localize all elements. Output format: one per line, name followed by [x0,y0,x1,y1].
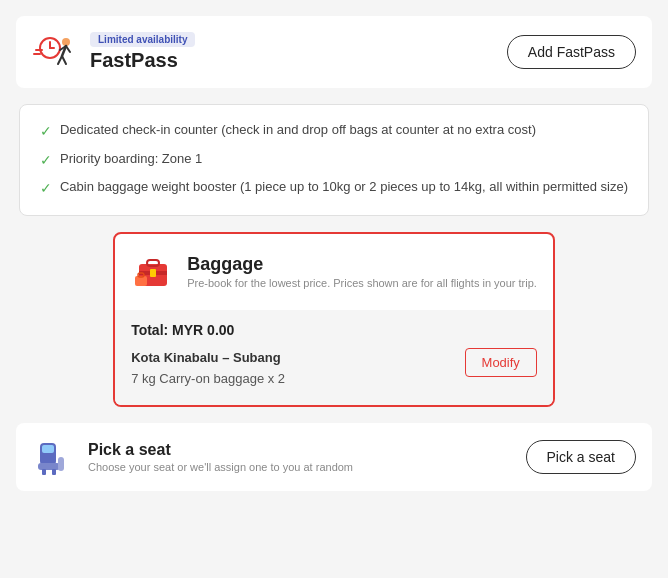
baggage-total-value: MYR 0.00 [172,322,234,338]
svg-rect-20 [38,463,60,470]
svg-rect-21 [58,457,64,471]
fastpass-title: FastPass [90,49,195,72]
check-icon-3: ✓ [40,179,52,199]
fastpass-icon [32,28,80,76]
seat-section: Pick a seat Choose your seat or we'll as… [16,423,652,491]
svg-rect-15 [150,269,156,277]
baggage-details: 7 kg Carry-on baggage x 2 [131,369,285,390]
baggage-body: Total: MYR 0.00 Kota Kinabalu – Subang 7… [115,310,553,406]
check-icon-1: ✓ [40,122,52,142]
modify-button[interactable]: Modify [465,348,537,377]
fastpass-title-block: Limited availability FastPass [90,32,195,72]
pick-seat-button[interactable]: Pick a seat [526,440,636,474]
seat-subtitle: Choose your seat or we'll assign one to … [88,461,353,473]
svg-rect-13 [147,260,159,266]
baggage-total-label: Total: [131,322,172,338]
seat-title-block: Pick a seat Choose your seat or we'll as… [88,441,353,473]
seat-title: Pick a seat [88,441,353,459]
seat-icon [32,435,76,479]
baggage-icon [131,250,175,294]
feature-item-3: ✓ Cabin baggage weight booster (1 piece … [40,178,628,199]
baggage-route-name: Kota Kinabalu – Subang [131,348,285,369]
baggage-route-info: Kota Kinabalu – Subang 7 kg Carry-on bag… [131,348,285,390]
baggage-subtitle: Pre-book for the lowest price. Prices sh… [187,277,537,289]
baggage-header: Baggage Pre-book for the lowest price. P… [115,234,553,302]
feature-text-2: Priority boarding: Zone 1 [60,150,202,168]
svg-line-8 [58,56,62,64]
baggage-title: Baggage [187,254,537,275]
svg-line-9 [62,56,66,64]
baggage-section: Baggage Pre-book for the lowest price. P… [113,232,555,408]
svg-rect-19 [42,445,54,453]
svg-line-10 [66,46,70,52]
baggage-route-row: Kota Kinabalu – Subang 7 kg Carry-on bag… [131,348,537,390]
fastpass-left: Limited availability FastPass [32,28,195,76]
check-icon-2: ✓ [40,151,52,171]
add-fastpass-button[interactable]: Add FastPass [507,35,636,69]
feature-item-1: ✓ Dedicated check-in counter (check in a… [40,121,628,142]
feature-text-3: Cabin baggage weight booster (1 piece up… [60,178,628,196]
fastpass-section: Limited availability FastPass Add FastPa… [16,16,652,88]
feature-text-1: Dedicated check-in counter (check in and… [60,121,536,139]
seat-left: Pick a seat Choose your seat or we'll as… [32,435,353,479]
limited-availability-badge: Limited availability [90,32,195,47]
baggage-total: Total: MYR 0.00 [131,322,537,338]
features-card: ✓ Dedicated check-in counter (check in a… [19,104,649,216]
feature-item-2: ✓ Priority boarding: Zone 1 [40,150,628,171]
svg-rect-22 [42,469,46,475]
baggage-title-block: Baggage Pre-book for the lowest price. P… [187,254,537,289]
svg-rect-23 [52,469,56,475]
